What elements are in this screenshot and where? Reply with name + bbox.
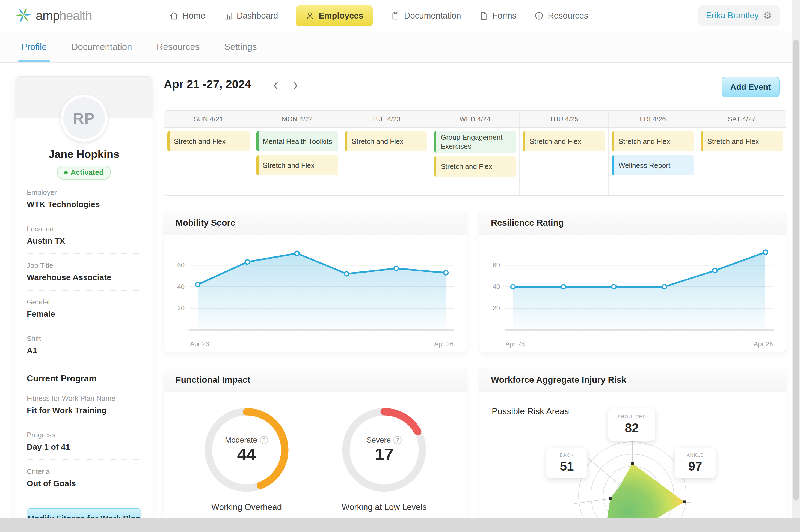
avatar: RP xyxy=(61,95,108,141)
risk-chip-label: BACK xyxy=(560,453,574,458)
calendar-day-header: TUE 4/23 xyxy=(342,111,431,128)
profile-tab-bar: Profile Documentation Resources Settings xyxy=(0,31,800,63)
vertical-scrollbar[interactable] xyxy=(792,0,800,532)
gauge-level-label: Moderate xyxy=(225,436,257,444)
calendar-event[interactable]: Stretch and Flex xyxy=(434,156,516,176)
calendar-day-body[interactable]: Stretch and Flex xyxy=(697,128,786,195)
field-label: Gender xyxy=(27,298,141,306)
nav-label-forms: Forms xyxy=(493,11,516,21)
profile-field: ProgressDay 1 of 41 xyxy=(27,431,141,452)
gear-icon[interactable]: ⚙ xyxy=(763,11,772,20)
mobility-score-title: Mobility Score xyxy=(164,211,467,235)
gauge-caption: Working at Low Levels xyxy=(341,502,428,513)
field-label: Location xyxy=(27,225,141,233)
gauge-working-overhead: Moderate ? 44 Working Overhead xyxy=(186,403,307,513)
svg-text:20: 20 xyxy=(493,304,500,312)
logo-text-amp: amp xyxy=(36,8,59,23)
calendar-event[interactable]: Stretch and Flex xyxy=(167,131,250,151)
calendar-day-header: WED 4/24 xyxy=(431,111,520,128)
calendar-day-column: WED 4/24Group Engagement ExercisesStretc… xyxy=(431,111,520,195)
risk-chip-shoulder: SHOULDER 82 xyxy=(608,408,655,441)
nav-item-employees[interactable]: Employees xyxy=(296,5,373,26)
profile-field: Fitness for Work Plan NameFit for Work T… xyxy=(27,394,141,416)
field-label: Criteria xyxy=(27,467,141,476)
nav-item-home[interactable]: Home xyxy=(169,11,205,21)
calendar-event[interactable]: Group Engagement Exercises xyxy=(434,131,516,152)
calendar-day-header: THU 4/25 xyxy=(520,111,608,128)
tab-resources[interactable]: Resources xyxy=(157,31,200,62)
risk-chip-back: BACK 51 xyxy=(546,448,587,478)
nav-item-resources[interactable]: Resources xyxy=(534,11,588,21)
functional-impact-card: Functional Impact Moderate ? 44 Working … xyxy=(164,368,467,532)
profile-field: LocationAustin TX xyxy=(27,225,141,246)
next-week-button[interactable] xyxy=(288,79,302,93)
tab-profile[interactable]: Profile xyxy=(21,31,47,62)
calendar-event[interactable]: Stretch and Flex xyxy=(256,155,339,175)
calendar-day-column: FRI 4/26Stretch and FlexWellness Report xyxy=(608,111,697,195)
calendar-day-column: MON 4/22Mental Health ToolkitsStretch an… xyxy=(253,111,342,195)
status-badge: Activated xyxy=(57,166,111,179)
info-icon xyxy=(534,11,544,20)
field-divider xyxy=(27,217,141,217)
field-value: Fit for Work Training xyxy=(27,405,141,416)
svg-text:Apr 23: Apr 23 xyxy=(190,340,210,347)
pinwheel-logo-icon xyxy=(15,6,32,24)
field-value: Female xyxy=(27,308,141,320)
user-menu[interactable]: Erika Brantley ⚙ xyxy=(698,5,780,26)
svg-text:Apr 26: Apr 26 xyxy=(753,340,773,347)
calendar-event[interactable]: Stretch and Flex xyxy=(345,131,427,151)
field-divider xyxy=(27,290,141,290)
top-nav-items: Home Dashboard Employees Documentation F… xyxy=(169,0,588,31)
amphealth-logo[interactable]: amphealth xyxy=(15,6,92,24)
gauge-level-label: Severe xyxy=(367,436,391,444)
calendar-day-body[interactable]: Stretch and Flex xyxy=(342,128,431,195)
add-event-button[interactable]: Add Event xyxy=(722,77,780,97)
tab-documentation[interactable]: Documentation xyxy=(72,31,132,62)
calendar-event[interactable]: Stretch and Flex xyxy=(701,131,783,151)
user-name: Erika Brantley xyxy=(706,11,759,20)
nav-item-dashboard[interactable]: Dashboard xyxy=(223,11,278,21)
profile-field: EmployerWTK Technologies xyxy=(27,188,141,210)
calendar-day-body[interactable]: Stretch and Flex xyxy=(164,128,253,195)
bottom-edge-strip xyxy=(0,517,800,532)
workforce-injury-risk-title: Workforce Aggregate Injury Risk xyxy=(479,368,786,392)
svg-text:40: 40 xyxy=(177,283,185,290)
logo-text-health: health xyxy=(59,8,92,23)
nav-item-forms[interactable]: Forms xyxy=(479,11,516,21)
field-divider xyxy=(27,327,141,327)
top-navigation-bar: amphealth Home Dashboard Employees Docum… xyxy=(0,0,800,31)
help-icon[interactable]: ? xyxy=(394,436,402,444)
risk-chip-value: 82 xyxy=(625,420,639,435)
calendar-event[interactable]: Stretch and Flex xyxy=(523,131,605,151)
field-divider xyxy=(27,423,141,423)
nav-item-documentation[interactable]: Documentation xyxy=(391,11,461,21)
calendar-day-header: SAT 4/27 xyxy=(697,111,786,128)
scrollbar-thumb[interactable] xyxy=(794,40,799,501)
main-content: RP Jane Hopkins Activated EmployerWTK Te… xyxy=(0,63,800,532)
gauge-value: 17 xyxy=(338,444,431,464)
calendar-event[interactable]: Wellness Report xyxy=(612,155,694,175)
avatar-initials: RP xyxy=(73,109,95,127)
mobility-line-chart: 204060Apr 23Apr 26 xyxy=(164,235,467,352)
calendar-event[interactable]: Stretch and Flex xyxy=(612,131,694,151)
tab-settings[interactable]: Settings xyxy=(224,31,257,62)
field-label: Employer xyxy=(27,188,141,197)
svg-text:60: 60 xyxy=(177,261,185,269)
profile-field: Job TitleWarehouse Associate xyxy=(27,261,141,283)
calendar-event[interactable]: Mental Health Toolkits xyxy=(256,131,339,151)
risk-chip-label: ANKLE xyxy=(686,453,704,458)
resilience-rating-card: Resilience Rating 204060Apr 23Apr 26 xyxy=(479,211,786,353)
previous-week-button[interactable] xyxy=(269,79,283,93)
document-icon xyxy=(479,11,489,20)
calendar-day-body[interactable]: Group Engagement ExercisesStretch and Fl… xyxy=(431,128,520,195)
program-fields: Fitness for Work Plan NameFit for Work T… xyxy=(27,394,141,489)
field-value: A1 xyxy=(27,345,141,356)
calendar-day-body[interactable]: Stretch and FlexWellness Report xyxy=(608,128,697,195)
calendar-day-body[interactable]: Mental Health ToolkitsStretch and Flex xyxy=(253,128,342,195)
help-icon[interactable]: ? xyxy=(260,436,268,444)
calendar-day-body[interactable]: Stretch and Flex xyxy=(520,128,608,195)
nav-label-employees: Employees xyxy=(319,11,363,21)
home-icon xyxy=(169,11,179,20)
calendar-day-column: THU 4/25Stretch and Flex xyxy=(520,111,608,195)
mobility-score-card: Mobility Score 204060Apr 23Apr 26 xyxy=(164,211,467,353)
